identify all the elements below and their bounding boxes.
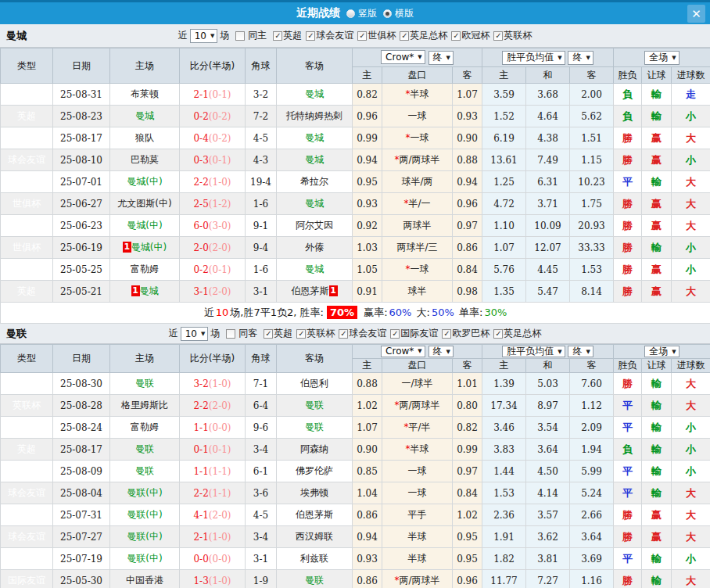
away-team-name[interactable]: 伯恩利	[300, 378, 328, 389]
away-team-name[interactable]: 利兹联	[300, 553, 328, 564]
away-team[interactable]: 阿尔艾因	[277, 215, 353, 237]
close-button[interactable]: ✕	[687, 5, 705, 23]
away-team-name[interactable]: 佛罗伦萨	[296, 465, 333, 476]
same-venue-checkbox[interactable]	[226, 329, 235, 339]
euro-avg-select[interactable]: 胜平负均值▼	[502, 51, 565, 65]
checkbox-checked-icon[interactable]: ✓	[339, 329, 348, 339]
checkbox-checked-icon[interactable]: ✓	[400, 31, 409, 41]
home-team-name[interactable]: 曼城(中)	[127, 220, 162, 231]
away-team-name[interactable]: 阿尔艾因	[296, 220, 333, 231]
away-team-name[interactable]: 伯恩茅斯	[292, 285, 329, 296]
away-team-name[interactable]: 西汉姆联	[296, 531, 333, 542]
away-team-name[interactable]: 曼城	[305, 264, 324, 274]
home-team-name[interactable]: 曼联(中)	[127, 487, 162, 498]
home-team[interactable]: 曼城(中)	[110, 215, 180, 237]
radio-selected-icon[interactable]	[383, 9, 392, 18]
away-team-name[interactable]: 曼城	[305, 132, 324, 143]
away-team[interactable]: 伯恩利	[277, 373, 353, 395]
home-team[interactable]: 尤文图斯(中)	[110, 193, 180, 215]
away-team[interactable]: 曼联	[277, 570, 353, 588]
home-team-name[interactable]: 狼队	[135, 132, 154, 143]
away-team[interactable]: 曼城	[277, 259, 353, 281]
home-team-name[interactable]: 曼城	[140, 285, 159, 296]
away-team-name[interactable]: 曼联	[305, 575, 324, 586]
euro-avg-select[interactable]: 胜平负均值▼	[502, 346, 565, 357]
layout-horizontal-option[interactable]: 横版	[383, 7, 414, 20]
home-team-name[interactable]: 布莱顿	[131, 88, 159, 99]
away-team[interactable]: 曼城	[277, 149, 353, 171]
checkbox-checked-icon[interactable]: ✓	[493, 31, 503, 41]
away-team[interactable]: 佛罗伦萨	[277, 461, 353, 482]
home-team-name[interactable]: 富勒姆	[131, 264, 159, 274]
away-team-name[interactable]: 托特纳姆热刺	[286, 110, 342, 121]
away-team-name[interactable]: 曼城	[305, 88, 324, 99]
away-team[interactable]: 曼城	[277, 193, 353, 215]
checkbox-checked-icon[interactable]: ✓	[357, 31, 367, 41]
scope-select[interactable]: 全场▼	[644, 346, 679, 357]
home-team[interactable]: 曼联	[110, 461, 180, 482]
home-team[interactable]: 曼联	[110, 439, 180, 461]
same-venue-checkbox[interactable]	[235, 31, 245, 41]
home-team[interactable]: 格里姆斯比	[110, 395, 180, 417]
home-team[interactable]: 曼城(中)	[110, 171, 180, 193]
home-team[interactable]: 曼城	[110, 106, 180, 127]
away-team-name[interactable]: 外傣	[305, 242, 324, 253]
home-team-name[interactable]: 尤文图斯(中)	[117, 198, 171, 209]
checkbox-checked-icon[interactable]: ✓	[451, 31, 461, 41]
bookmaker-select[interactable]: Crow*▼	[381, 346, 425, 357]
odds-time-select[interactable]: 终▼	[429, 346, 454, 357]
away-team[interactable]: 托特纳姆热刺	[277, 106, 353, 127]
home-team[interactable]: 狼队	[110, 127, 180, 149]
home-team-name[interactable]: 曼联	[135, 378, 154, 389]
bookmaker-select[interactable]: Crow*▼	[381, 50, 425, 64]
checkbox-checked-icon[interactable]: ✓	[306, 31, 315, 41]
home-team-name[interactable]: 曼城(中)	[127, 176, 162, 187]
away-team[interactable]: 曼联	[277, 417, 353, 439]
home-team-name[interactable]: 曼联(中)	[127, 509, 162, 520]
away-team[interactable]: 西汉姆联	[277, 526, 353, 548]
away-team[interactable]: 曼联	[277, 395, 353, 417]
home-team[interactable]: 布莱顿	[110, 84, 180, 106]
home-team-name[interactable]: 格里姆斯比	[121, 400, 168, 411]
home-team-name[interactable]: 巴勒莫	[131, 154, 159, 165]
away-team[interactable]: 曼城	[277, 127, 353, 149]
home-team-name[interactable]: 富勒姆	[131, 421, 159, 432]
away-team[interactable]: 曼城	[277, 84, 353, 106]
away-team-name[interactable]: 希拉尔	[300, 176, 328, 187]
away-team[interactable]: 埃弗顿	[277, 482, 353, 504]
home-team[interactable]: 曼联(中)	[110, 482, 180, 504]
radio-unselected-icon[interactable]	[346, 9, 355, 18]
away-team-name[interactable]: 伯恩茅斯	[296, 509, 333, 520]
home-team-name[interactable]: 曼城	[135, 110, 154, 121]
away-team[interactable]: 外傣	[277, 237, 353, 259]
home-team[interactable]: 曼联(中)	[110, 504, 180, 526]
home-team-name[interactable]: 曼联(中)	[127, 553, 162, 564]
checkbox-checked-icon[interactable]: ✓	[264, 329, 273, 339]
away-team[interactable]: 利兹联	[277, 548, 353, 570]
checkbox-checked-icon[interactable]: ✓	[273, 31, 282, 41]
match-count-select[interactable]: 10▼	[190, 29, 218, 43]
home-team-name[interactable]: 中国香港	[126, 575, 163, 586]
match-count-select[interactable]: 10▼	[181, 327, 209, 341]
home-team[interactable]: 1曼城	[110, 281, 180, 303]
checkbox-checked-icon[interactable]: ✓	[296, 329, 306, 339]
away-team[interactable]: 阿森纳	[277, 439, 353, 461]
away-team-name[interactable]: 曼联	[305, 400, 324, 411]
home-team[interactable]: 曼联	[110, 373, 180, 395]
home-team-name[interactable]: 曼联	[135, 465, 154, 476]
odds-time-select[interactable]: 终▼	[429, 51, 454, 65]
layout-vertical-option[interactable]: 竖版	[346, 7, 377, 20]
home-team[interactable]: 富勒姆	[110, 259, 180, 281]
euro-time-select[interactable]: 终▼	[568, 346, 593, 357]
home-team[interactable]: 富勒姆	[110, 417, 180, 439]
home-team[interactable]: 巴勒莫	[110, 149, 180, 171]
checkbox-checked-icon[interactable]: ✓	[390, 329, 400, 339]
away-team[interactable]: 伯恩茅斯1	[277, 281, 353, 303]
away-team-name[interactable]: 阿森纳	[300, 443, 328, 454]
scope-select[interactable]: 全场▼	[644, 51, 679, 65]
away-team-name[interactable]: 曼城	[305, 154, 324, 165]
euro-time-select[interactable]: 终▼	[568, 51, 593, 65]
away-team-name[interactable]: 曼城	[305, 198, 324, 209]
away-team[interactable]: 希拉尔	[277, 171, 353, 193]
home-team[interactable]: 1曼城(中)	[110, 237, 180, 259]
